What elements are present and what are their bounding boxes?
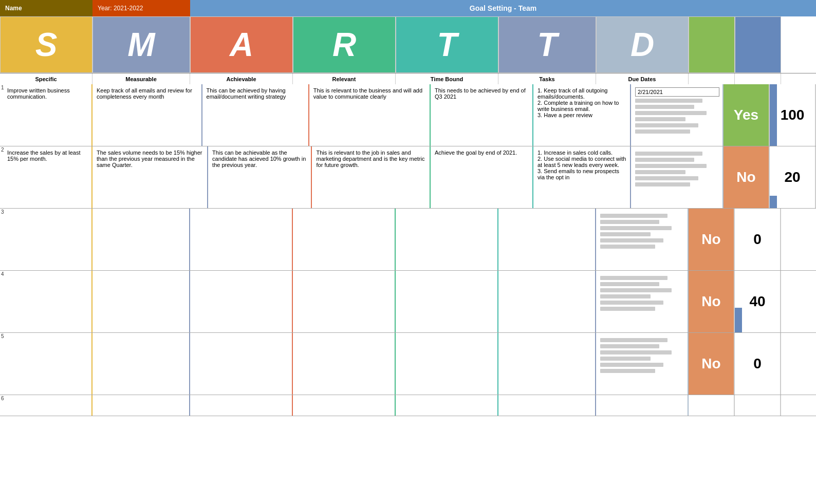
cell-score-1: 100 bbox=[770, 84, 816, 146]
cell-yesno-1[interactable]: Yes bbox=[724, 84, 770, 146]
yesno-no: No bbox=[724, 146, 769, 208]
cell-duedates-3[interactable] bbox=[596, 209, 689, 270]
cell-achievable-5[interactable] bbox=[190, 333, 293, 395]
yesno-no: No bbox=[689, 209, 734, 270]
year-label: Year: 2021-2022 bbox=[98, 5, 143, 12]
app-container: Name Year: 2021-2022 Goal Setting - Team… bbox=[0, 0, 816, 504]
cell-duedates-1[interactable]: 2/21/2021 bbox=[631, 84, 724, 146]
title-bar: Name Year: 2021-2022 Goal Setting - Team bbox=[0, 0, 816, 16]
table-row-2: 2 Increase the sales by at least 15% per… bbox=[0, 146, 816, 209]
score-value: 40 bbox=[749, 293, 765, 310]
col-timebound: Time Bound bbox=[396, 73, 498, 84]
cell-specific-4[interactable]: 4 bbox=[0, 271, 92, 332]
yesno-no: No bbox=[689, 271, 734, 332]
partial-measurable bbox=[92, 395, 190, 416]
table-row-1: 1 Improve written business communication… bbox=[0, 84, 816, 146]
smart-header: S M A R T T D bbox=[0, 16, 816, 73]
cell-duedates-4[interactable] bbox=[596, 271, 689, 332]
cell-relevant-4[interactable] bbox=[293, 271, 396, 332]
cell-yesno-3[interactable]: No bbox=[689, 209, 735, 270]
score-container: 0 bbox=[735, 209, 780, 270]
cell-measurable-4[interactable] bbox=[92, 271, 190, 332]
score-bar bbox=[770, 196, 777, 208]
score-container: 100 bbox=[770, 84, 815, 146]
cell-tasks-2[interactable]: 1. Increase in sales cold calls.2. Use s… bbox=[533, 146, 631, 208]
col-score bbox=[735, 73, 781, 84]
partial-yesno bbox=[689, 395, 735, 416]
cell-yesno-5[interactable]: No bbox=[689, 333, 735, 395]
cell-yesno-4[interactable]: No bbox=[689, 271, 735, 332]
smart-t1-cell: T bbox=[396, 16, 498, 73]
score-value: 0 bbox=[753, 356, 762, 372]
table-row-3: 3 No bbox=[0, 209, 816, 271]
cell-tasks-3[interactable] bbox=[498, 209, 596, 270]
cell-duedates-2[interactable] bbox=[631, 146, 724, 208]
partial-achievable bbox=[190, 395, 293, 416]
col-achievable: Achievable bbox=[190, 73, 293, 84]
name-cell: Name bbox=[0, 0, 92, 16]
smart-r-cell: R bbox=[293, 16, 396, 73]
cell-timebound-4[interactable] bbox=[396, 271, 498, 332]
col-tasks: Tasks bbox=[498, 73, 596, 84]
smart-t2-cell: T bbox=[498, 16, 596, 73]
due-date-box[interactable]: 2/21/2021 bbox=[635, 87, 719, 97]
cell-achievable-3[interactable] bbox=[190, 209, 293, 270]
cell-specific-5[interactable]: 5 bbox=[0, 333, 92, 395]
table-row-4: 4 No bbox=[0, 271, 816, 333]
cell-measurable-5[interactable] bbox=[92, 333, 190, 395]
score-container: 40 bbox=[735, 271, 780, 332]
cell-yesno-2[interactable]: No bbox=[724, 146, 770, 208]
score-container: 20 bbox=[770, 146, 815, 208]
cell-duedates-5[interactable] bbox=[596, 333, 689, 395]
cell-score-3: 0 bbox=[735, 209, 781, 270]
smart-d-cell: D bbox=[596, 16, 689, 73]
smart-a-cell: A bbox=[190, 16, 293, 73]
score-bar bbox=[770, 84, 777, 146]
score-value: 0 bbox=[753, 231, 762, 248]
name-label: Name bbox=[5, 5, 22, 12]
main-title: Goal Setting - Team bbox=[190, 0, 816, 16]
cell-specific-1[interactable]: 1 Improve written business communication… bbox=[0, 84, 92, 146]
smart-s-cell: S bbox=[0, 16, 92, 73]
cell-tasks-4[interactable] bbox=[498, 271, 596, 332]
partial-duedates bbox=[596, 395, 689, 416]
cell-achievable-1[interactable]: This can be achieved by having email/doc… bbox=[202, 84, 309, 146]
cell-measurable-2[interactable]: The sales volume needs to be 15% higher … bbox=[92, 146, 208, 208]
cell-timebound-1[interactable]: This needs to be achieved by end of Q3 2… bbox=[431, 84, 533, 146]
cell-timebound-5[interactable] bbox=[396, 333, 498, 395]
data-rows: 1 Improve written business communication… bbox=[0, 84, 816, 395]
score-bar bbox=[735, 308, 742, 332]
cell-relevant-3[interactable] bbox=[293, 209, 396, 270]
cell-relevant-5[interactable] bbox=[293, 333, 396, 395]
col-specific: Specific bbox=[0, 73, 92, 84]
cell-specific-3[interactable]: 3 bbox=[0, 209, 92, 270]
year-cell: Year: 2021-2022 bbox=[92, 0, 190, 16]
partial-tasks bbox=[498, 395, 596, 416]
yesno-no: No bbox=[689, 333, 734, 395]
cell-achievable-2[interactable]: This can be achievable as the candidate … bbox=[208, 146, 312, 208]
partial-timebound bbox=[396, 395, 498, 416]
cell-score-4: 40 bbox=[735, 271, 781, 332]
yesno-yes: Yes bbox=[724, 84, 769, 146]
partial-score bbox=[735, 395, 781, 416]
yesno-header-cell bbox=[689, 16, 735, 73]
col-duedates: Due Dates bbox=[596, 73, 689, 84]
col-relevant: Relevant bbox=[293, 73, 396, 84]
cell-timebound-2[interactable]: Achieve the goal by end of 2021. bbox=[431, 146, 533, 208]
partial-specific: 6 bbox=[0, 395, 92, 416]
cell-tasks-5[interactable] bbox=[498, 333, 596, 395]
cell-score-2: 20 bbox=[770, 146, 816, 208]
cell-tasks-1[interactable]: 1. Keep track of all outgoing emails/doc… bbox=[533, 84, 631, 146]
cell-relevant-2[interactable]: This is relevant to the job in sales and… bbox=[312, 146, 431, 208]
cell-measurable-1[interactable]: Keep track of all emails and review for … bbox=[92, 84, 202, 146]
table-row-5: 5 No bbox=[0, 333, 816, 395]
score-header-cell bbox=[735, 16, 781, 73]
score-value: 100 bbox=[781, 107, 805, 123]
column-labels: Specific Measurable Achievable Relevant … bbox=[0, 73, 816, 84]
cell-relevant-1[interactable]: This is relevant to the business and wil… bbox=[309, 84, 431, 146]
cell-achievable-4[interactable] bbox=[190, 271, 293, 332]
cell-specific-2[interactable]: 2 Increase the sales by at least 15% per… bbox=[0, 146, 92, 208]
partial-relevant bbox=[293, 395, 396, 416]
cell-timebound-3[interactable] bbox=[396, 209, 498, 270]
cell-measurable-3[interactable] bbox=[92, 209, 190, 270]
